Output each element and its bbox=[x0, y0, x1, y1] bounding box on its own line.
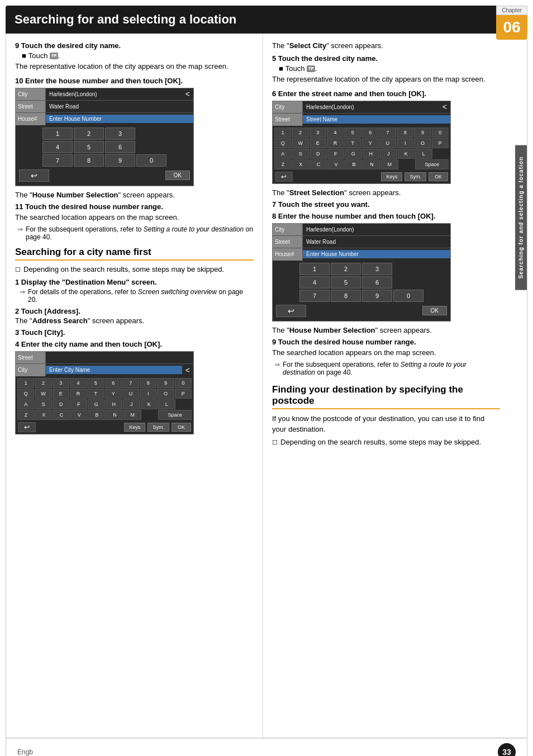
key-s-1[interactable]: 1 bbox=[274, 127, 291, 138]
key-s-8[interactable]: 8 bbox=[397, 127, 413, 138]
key-s-5[interactable]: 5 bbox=[344, 127, 361, 138]
key-s-f[interactable]: F bbox=[327, 149, 345, 159]
key-s-o[interactable]: O bbox=[414, 138, 431, 148]
key-c-d[interactable]: D bbox=[53, 399, 70, 409]
key-c-s[interactable]: S bbox=[35, 399, 53, 409]
key-s-y[interactable]: Y bbox=[361, 138, 378, 148]
key-c-0[interactable]: 0 bbox=[175, 378, 192, 388]
key-s-9[interactable]: 9 bbox=[414, 127, 431, 138]
key2-3[interactable]: 3 bbox=[362, 263, 392, 275]
key2-2[interactable]: 2 bbox=[331, 263, 361, 275]
key-c-e[interactable]: E bbox=[53, 389, 69, 399]
key-1[interactable]: 1 bbox=[42, 127, 73, 140]
screen-less-c[interactable]: < bbox=[182, 365, 193, 376]
key-s-e[interactable]: E bbox=[310, 138, 326, 148]
key-c-x[interactable]: X bbox=[35, 410, 53, 420]
key-0[interactable]: 0 bbox=[136, 154, 166, 167]
key-c-a[interactable]: A bbox=[17, 399, 35, 409]
back-btn-2[interactable]: ↩ bbox=[276, 305, 306, 317]
key-s-t[interactable]: T bbox=[344, 138, 361, 148]
key-c-o[interactable]: O bbox=[157, 389, 174, 399]
key-7[interactable]: 7 bbox=[42, 154, 73, 167]
key-s-d[interactable]: D bbox=[310, 149, 327, 159]
key-s-g[interactable]: G bbox=[345, 149, 362, 159]
key2-4[interactable]: 4 bbox=[299, 276, 330, 289]
key-s-s[interactable]: S bbox=[292, 149, 310, 159]
key-c-c[interactable]: C bbox=[53, 410, 70, 420]
key-s-0[interactable]: 0 bbox=[432, 127, 449, 138]
back-btn-city[interactable]: ↩ bbox=[18, 422, 36, 432]
key-8[interactable]: 8 bbox=[74, 154, 104, 167]
key-s-7[interactable]: 7 bbox=[379, 127, 396, 138]
key-s-a[interactable]: A bbox=[274, 149, 292, 159]
ok-button-1[interactable]: OK bbox=[165, 171, 190, 180]
key-c-m[interactable]: M bbox=[124, 410, 141, 420]
key-s-u[interactable]: U bbox=[379, 138, 396, 148]
key-c-1[interactable]: 1 bbox=[17, 378, 34, 388]
screen-less-s[interactable]: < bbox=[439, 101, 450, 112]
key-c-b[interactable]: B bbox=[88, 410, 106, 420]
key-c-7[interactable]: 7 bbox=[122, 378, 139, 388]
key-s-2[interactable]: 2 bbox=[292, 127, 308, 138]
key-c-j[interactable]: J bbox=[123, 399, 140, 409]
key-c-5[interactable]: 5 bbox=[87, 378, 104, 388]
key-s-x[interactable]: X bbox=[292, 159, 310, 169]
key-s-3[interactable]: 3 bbox=[310, 127, 326, 138]
sym-btn-street[interactable]: Sym. bbox=[404, 172, 426, 181]
ok-btn-street[interactable]: OK bbox=[429, 172, 448, 181]
key-c-9[interactable]: 9 bbox=[157, 378, 174, 388]
key2-6[interactable]: 6 bbox=[362, 276, 392, 289]
key-9[interactable]: 9 bbox=[105, 154, 135, 167]
key-c-z[interactable]: Z bbox=[17, 410, 35, 420]
key-s-space[interactable]: Space bbox=[415, 159, 449, 169]
key-c-g[interactable]: G bbox=[88, 399, 105, 409]
key-3[interactable]: 3 bbox=[105, 127, 135, 140]
keys-btn-street[interactable]: Keys bbox=[381, 172, 402, 181]
key2-7[interactable]: 7 bbox=[299, 290, 330, 302]
key-s-i[interactable]: I bbox=[397, 138, 413, 148]
key-c-y[interactable]: Y bbox=[104, 389, 121, 399]
key-s-p[interactable]: P bbox=[432, 138, 449, 148]
key-s-6[interactable]: 6 bbox=[361, 127, 378, 138]
key-c-space[interactable]: Space bbox=[158, 410, 192, 420]
key-c-p[interactable]: P bbox=[175, 389, 192, 399]
key-s-q[interactable]: Q bbox=[274, 138, 291, 148]
key-c-w[interactable]: W bbox=[35, 389, 51, 399]
key2-5[interactable]: 5 bbox=[331, 276, 361, 289]
key-c-r[interactable]: R bbox=[70, 389, 87, 399]
key-c-3[interactable]: 3 bbox=[53, 378, 69, 388]
key-s-r[interactable]: R bbox=[327, 138, 344, 148]
key-c-4[interactable]: 4 bbox=[70, 378, 87, 388]
key-c-l[interactable]: L bbox=[158, 399, 175, 409]
keys-btn-city[interactable]: Keys bbox=[124, 423, 145, 432]
key2-8[interactable]: 8 bbox=[331, 290, 361, 302]
key-s-j[interactable]: J bbox=[380, 149, 397, 159]
key2-1[interactable]: 1 bbox=[299, 263, 330, 275]
ok-btn-2[interactable]: OK bbox=[422, 306, 447, 315]
key-5[interactable]: 5 bbox=[74, 141, 104, 153]
key-2[interactable]: 2 bbox=[74, 127, 104, 140]
key-s-c[interactable]: C bbox=[310, 159, 327, 169]
key-c-2[interactable]: 2 bbox=[35, 378, 51, 388]
key-s-l[interactable]: L bbox=[415, 149, 432, 159]
key2-9[interactable]: 9 bbox=[362, 290, 392, 302]
key-s-h[interactable]: H bbox=[363, 149, 380, 159]
screen-less-1[interactable]: < bbox=[182, 88, 193, 100]
key-c-6[interactable]: 6 bbox=[104, 378, 121, 388]
key-c-t[interactable]: T bbox=[87, 389, 104, 399]
key-s-b[interactable]: B bbox=[345, 159, 363, 169]
key-6[interactable]: 6 bbox=[105, 141, 135, 153]
back-btn-street[interactable]: ↩ bbox=[275, 172, 293, 182]
key-c-v[interactable]: V bbox=[70, 410, 88, 420]
key-c-k[interactable]: K bbox=[141, 399, 158, 409]
key-c-q[interactable]: Q bbox=[17, 389, 34, 399]
key2-0[interactable]: 0 bbox=[393, 290, 423, 302]
key-c-f[interactable]: F bbox=[70, 399, 88, 409]
key-c-u[interactable]: U bbox=[122, 389, 139, 399]
back-button-1[interactable]: ↩ bbox=[19, 169, 49, 182]
key-s-k[interactable]: K bbox=[398, 149, 415, 159]
ok-btn-city[interactable]: OK bbox=[172, 423, 191, 432]
key-c-h[interactable]: H bbox=[106, 399, 123, 409]
sym-btn-city[interactable]: Sym. bbox=[147, 423, 169, 432]
key-s-n[interactable]: N bbox=[363, 159, 380, 169]
